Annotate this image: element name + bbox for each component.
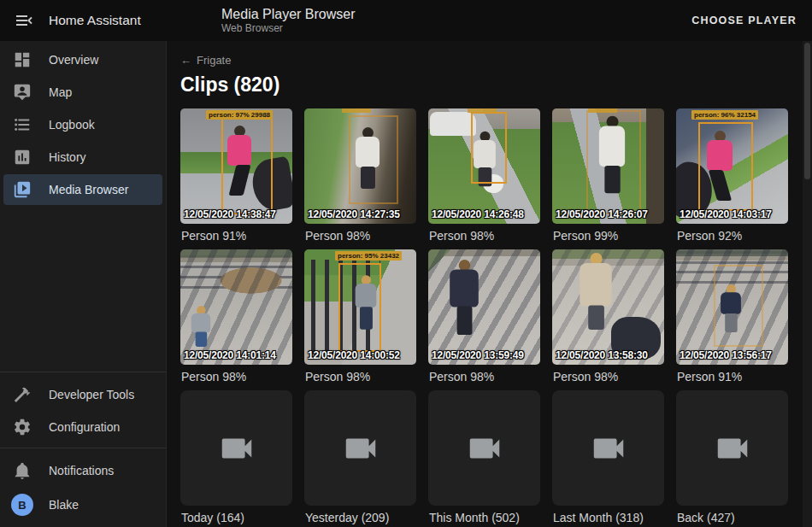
sidebar-item-configuration[interactable]: Configuration — [3, 412, 162, 442]
tooltip-account-icon — [12, 82, 32, 102]
clip-thumbnail: 12/05/2020 13:58:30 — [552, 249, 664, 365]
divider — [0, 372, 166, 372]
clip-card[interactable]: 12/05/2020 14:26:48 Person 98% — [428, 108, 540, 246]
detection-bounding-box — [221, 114, 273, 214]
clip-timestamp-overlay: 12/05/2020 13:58:30 — [556, 349, 664, 361]
play-box-multiple-icon — [12, 179, 32, 200]
video-camera-icon — [713, 429, 752, 468]
menu-open-icon[interactable] — [14, 10, 34, 31]
clip-timestamp-overlay: 12/05/2020 14:03:17 — [680, 208, 788, 220]
bell-icon — [12, 460, 32, 481]
video-camera-icon — [217, 429, 256, 468]
media-browser-content: ← Frigate Clips (820) person: 97% 29988 … — [167, 41, 812, 527]
video-camera-icon — [589, 429, 628, 468]
sidebar-item-notifications[interactable]: Notifications — [3, 455, 162, 486]
clip-timestamp-overlay: 12/05/2020 13:59:49 — [432, 349, 540, 361]
sidebar-item-label: Notifications — [49, 464, 114, 477]
detection-annotation-partial — [588, 108, 617, 113]
clip-label: Person 98% — [553, 370, 664, 385]
choose-player-button[interactable]: CHOOSE PLAYER — [691, 15, 797, 26]
clip-timestamp-overlay: 12/05/2020 14:26:07 — [556, 208, 664, 220]
clip-thumbnail: person: 96% 32154 12/05/2020 14:03:17 — [676, 108, 788, 224]
hammer-icon — [12, 384, 32, 405]
clip-card[interactable]: 12/05/2020 14:27:35 Person 98% — [304, 108, 416, 246]
clip-card[interactable]: 12/05/2020 13:59:49 Person 98% — [428, 249, 540, 387]
clip-thumbnail: 12/05/2020 14:01:14 — [180, 249, 292, 365]
folder-label: This Month (502) — [429, 511, 540, 526]
detection-bounding-box — [586, 110, 641, 214]
detection-bounding-box — [714, 265, 763, 347]
clip-thumbnail: person: 95% 23432 12/05/2020 14:00:52 — [304, 249, 416, 365]
person-figure — [580, 253, 611, 330]
breadcrumb-label: Frigate — [197, 54, 231, 67]
folder-thumbnail — [552, 390, 664, 506]
clip-card[interactable]: person: 96% 32154 12/05/2020 14:03:17 Pe… — [676, 108, 788, 246]
breadcrumb-back[interactable]: ← Frigate — [180, 53, 798, 67]
clip-thumbnail: 12/05/2020 14:26:48 — [428, 108, 540, 224]
folder-thumbnail — [676, 390, 788, 506]
detection-bounding-box — [471, 112, 507, 184]
sidebar-item-user[interactable]: B Blake — [3, 488, 162, 522]
gear-icon — [12, 417, 32, 437]
clip-thumbnail: 12/05/2020 13:56:17 — [676, 249, 788, 365]
clip-label: Person 98% — [305, 370, 416, 385]
clip-card[interactable]: person: 95% 23432 12/05/2020 14:00:52 Pe… — [304, 249, 416, 387]
scrollbar-track[interactable] — [803, 41, 812, 527]
folder-card[interactable]: Last Month (318) — [552, 390, 664, 527]
sidebar-item-map[interactable]: Map — [3, 77, 162, 108]
clip-label: Person 99% — [553, 229, 664, 244]
clip-card[interactable]: 12/05/2020 13:58:30 Person 98% — [552, 249, 664, 387]
clip-thumbnail: 12/05/2020 13:59:49 — [428, 249, 540, 365]
clip-label: Person 98% — [181, 370, 292, 385]
scrollbar-thumb[interactable] — [804, 43, 810, 179]
clip-label: Person 91% — [181, 229, 292, 244]
clips-title: Clips (820) — [180, 73, 798, 97]
sidebar-item-overview[interactable]: Overview — [3, 44, 162, 75]
media-grid: person: 97% 29988 12/05/2020 14:38:47 Pe… — [180, 108, 798, 527]
detection-bounding-box — [349, 115, 398, 204]
clip-timestamp-overlay: 12/05/2020 13:56:17 — [680, 349, 788, 361]
detection-annotation-partial — [342, 108, 371, 113]
clip-thumbnail: person: 97% 29988 12/05/2020 14:38:47 — [180, 108, 292, 224]
app-title: Home Assistant — [49, 13, 141, 28]
header-left: Home Assistant — [0, 10, 167, 31]
clip-label: Person 98% — [429, 229, 540, 244]
clip-card[interactable]: 12/05/2020 13:56:17 Person 91% — [676, 249, 788, 387]
person-figure — [450, 260, 479, 335]
person-figure — [191, 306, 210, 347]
sidebar-item-developer-tools[interactable]: Developer Tools — [3, 379, 162, 410]
sidebar-item-label: Media Browser — [49, 183, 128, 196]
video-camera-icon — [465, 429, 504, 468]
folder-label: Today (164) — [181, 511, 292, 526]
back-arrow-icon: ← — [180, 54, 191, 67]
detection-annotation: person: 97% 29988 — [206, 110, 273, 120]
user-name: Blake — [49, 498, 79, 512]
clip-card[interactable]: 12/05/2020 14:01:14 Person 98% — [180, 249, 292, 387]
clip-card[interactable]: person: 97% 29988 12/05/2020 14:38:47 Pe… — [180, 108, 292, 246]
folder-thumbnail — [428, 390, 540, 506]
folder-label: Yesterday (209) — [305, 511, 416, 526]
folder-card[interactable]: Yesterday (209) — [304, 390, 416, 527]
sidebar-item-history[interactable]: History — [3, 142, 162, 173]
folder-label: Back (427) — [677, 511, 788, 526]
app-header: Home Assistant Media Player Browser Web … — [0, 0, 812, 41]
clip-timestamp-overlay: 12/05/2020 14:38:47 — [184, 208, 292, 220]
clip-timestamp-overlay: 12/05/2020 14:01:14 — [184, 349, 292, 361]
view-dashboard-icon — [12, 50, 32, 70]
folder-card[interactable]: Today (164) — [180, 390, 292, 527]
sidebar-item-media-browser[interactable]: Media Browser — [3, 174, 162, 205]
folder-card[interactable]: Back (427) — [676, 390, 788, 527]
clip-thumbnail: 12/05/2020 14:26:07 — [552, 108, 664, 224]
folder-card[interactable]: This Month (502) — [428, 390, 540, 527]
divider — [0, 448, 166, 448]
header-title-block: Media Player Browser Web Browser — [167, 6, 691, 35]
clip-timestamp-overlay: 12/05/2020 14:27:35 — [308, 208, 416, 220]
detection-bounding-box — [698, 122, 753, 211]
avatar: B — [11, 494, 33, 516]
detection-annotation-partial — [468, 108, 497, 113]
clip-label: Person 91% — [677, 370, 788, 385]
clip-card[interactable]: 12/05/2020 14:26:07 Person 99% — [552, 108, 664, 246]
clip-thumbnail: 12/05/2020 14:27:35 — [304, 108, 416, 224]
sidebar-item-logbook[interactable]: Logbook — [3, 109, 162, 140]
sidebar-item-label: Configuration — [49, 420, 120, 434]
